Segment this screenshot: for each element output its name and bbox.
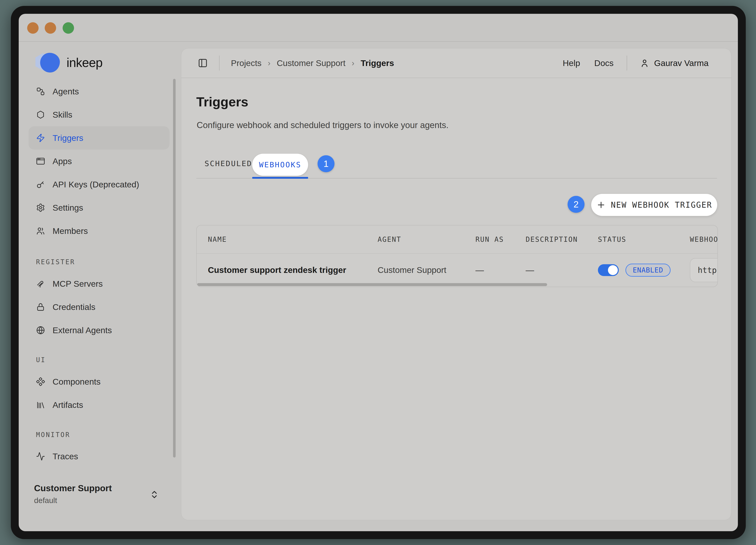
sidebar-item-label: Settings	[53, 203, 83, 212]
column-header-description: DESCRIPTION	[514, 235, 587, 243]
lock-icon	[36, 303, 45, 312]
breadcrumb-separator: ›	[352, 59, 354, 68]
section-label-ui: UI	[36, 356, 46, 364]
gear-icon	[36, 203, 45, 212]
sidebar-item-label: Skills	[53, 110, 72, 120]
sidebar-item-label: Agents	[53, 87, 79, 96]
title-bar	[19, 14, 738, 42]
window-frame: inkeep Agents Skills	[11, 6, 746, 539]
annotation-step-2-badge: 2	[568, 196, 585, 213]
active-tab-indicator	[252, 177, 308, 179]
tab-webhooks[interactable]: WEBHOOKS	[252, 154, 308, 176]
sidebar-nav-register: MCP Servers Credentials External Agents	[29, 272, 170, 342]
plus-icon	[596, 200, 606, 210]
sidebar-nav-monitor: Traces	[29, 445, 170, 468]
sidebar-item-label: Apps	[53, 156, 72, 166]
tab-scheduled[interactable]: SCHEDULED	[205, 159, 252, 168]
trigger-agent-cell: Customer Support	[366, 265, 464, 275]
header-divider	[219, 56, 220, 70]
sidebar-scrollbar[interactable]	[173, 79, 176, 458]
breadcrumb: Projects › Customer Support › Triggers	[231, 58, 394, 68]
toggle-knob	[608, 265, 618, 275]
sidebar-item-settings[interactable]: Settings	[29, 196, 170, 219]
sidebar-item-triggers[interactable]: Triggers	[29, 126, 170, 149]
column-header-status: STATUS	[587, 235, 679, 243]
brand-name: inkeep	[67, 55, 103, 70]
sidebar-item-traces[interactable]: Traces	[29, 445, 170, 468]
new-webhook-trigger-button[interactable]: NEW WEBHOOK TRIGGER	[591, 194, 717, 216]
panel-header: Projects › Customer Support › Triggers H…	[181, 48, 731, 78]
minimize-window-button[interactable]	[45, 22, 56, 34]
sidebar-item-label: Traces	[53, 452, 78, 461]
chevrons-up-down-icon	[150, 490, 159, 499]
table-row[interactable]: Customer support zendesk trigger Custome…	[197, 254, 717, 286]
zap-icon	[36, 133, 45, 142]
components-icon	[36, 377, 45, 386]
library-icon	[36, 400, 45, 410]
sidebar-item-components[interactable]: Components	[29, 370, 170, 393]
page-title: Triggers	[196, 94, 248, 109]
key-icon	[36, 180, 45, 189]
globe-icon	[36, 326, 45, 335]
sidebar-item-label: Components	[53, 377, 101, 387]
sidebar-item-mcp-servers[interactable]: MCP Servers	[29, 272, 170, 296]
main-panel: Projects › Customer Support › Triggers H…	[181, 48, 731, 520]
app-window: inkeep Agents Skills	[19, 14, 738, 531]
table-horizontal-scrollbar[interactable]	[197, 283, 547, 286]
sidebar-item-label: Triggers	[53, 133, 83, 143]
webhook-url-chip[interactable]: https	[690, 258, 718, 282]
user-menu[interactable]: Gaurav Varma	[654, 58, 709, 68]
hexagon-icon	[36, 110, 45, 119]
new-webhook-trigger-label: NEW WEBHOOK TRIGGER	[611, 200, 712, 209]
sidebar-item-apps[interactable]: Apps	[29, 149, 170, 173]
status-badge: ENABLED	[625, 263, 671, 277]
sidebar-item-external-agents[interactable]: External Agents	[29, 319, 170, 342]
breadcrumb-projects[interactable]: Projects	[231, 58, 261, 68]
logo-blob-icon	[40, 53, 60, 72]
annotation-step-1-badge: 1	[318, 155, 334, 172]
sidebar-item-label: Artifacts	[53, 400, 83, 410]
triggers-page: Triggers Configure webhook and scheduled…	[181, 78, 731, 520]
status-toggle[interactable]	[598, 264, 619, 276]
mcp-icon	[36, 279, 45, 288]
sidebar-item-agents[interactable]: Agents	[29, 80, 170, 103]
sidebar-item-label: API Keys (Deprecated)	[53, 180, 139, 189]
page-description: Configure webhook and scheduled triggers…	[197, 120, 448, 130]
header-divider	[627, 56, 627, 70]
trigger-name-cell: Customer support zendesk trigger	[197, 265, 366, 275]
breadcrumb-separator: ›	[268, 59, 270, 68]
close-window-button[interactable]	[27, 22, 39, 34]
column-header-run-as: RUN AS	[464, 235, 514, 243]
zoom-window-button[interactable]	[63, 22, 74, 34]
sidebar-item-skills[interactable]: Skills	[29, 103, 170, 126]
sidebar-item-credentials[interactable]: Credentials	[29, 296, 170, 319]
column-header-webhook-url: WEBHOOK URL	[679, 235, 717, 243]
sidebar-item-label: Members	[53, 226, 88, 236]
sidebar-item-artifacts[interactable]: Artifacts	[29, 393, 170, 417]
trigger-description-cell: —	[514, 265, 587, 275]
sidebar-nav-ui: Components Artifacts	[29, 370, 170, 417]
project-switcher[interactable]: Customer Support default	[34, 483, 170, 505]
sidebar-toggle-icon[interactable]	[198, 58, 208, 68]
trigger-run-as-cell: —	[464, 265, 514, 275]
sidebar-nav-main: Agents Skills Triggers	[29, 80, 170, 242]
column-header-agent: AGENT	[366, 235, 464, 243]
help-link[interactable]: Help	[563, 58, 580, 68]
breadcrumb-triggers[interactable]: Triggers	[361, 58, 394, 68]
app-window-icon	[36, 157, 45, 166]
webhook-triggers-table: NAME AGENT RUN AS DESCRIPTION STATUS WEB…	[196, 225, 718, 287]
user-icon	[640, 58, 649, 68]
section-label-register: REGISTER	[36, 258, 75, 266]
section-label-monitor: MONITOR	[36, 431, 70, 439]
users-icon	[36, 226, 45, 235]
breadcrumb-customer-support[interactable]: Customer Support	[277, 58, 346, 68]
sidebar-item-members[interactable]: Members	[29, 219, 170, 242]
sidebar-item-label: MCP Servers	[53, 279, 103, 289]
activity-icon	[36, 452, 45, 461]
trigger-webhook-url-cell: https	[679, 258, 718, 282]
inkeep-logo[interactable]: inkeep	[33, 52, 103, 73]
agents-icon	[36, 87, 45, 96]
docs-link[interactable]: Docs	[594, 58, 614, 68]
sidebar-item-api-keys[interactable]: API Keys (Deprecated)	[29, 173, 170, 196]
sidebar-item-label: External Agents	[53, 326, 112, 335]
